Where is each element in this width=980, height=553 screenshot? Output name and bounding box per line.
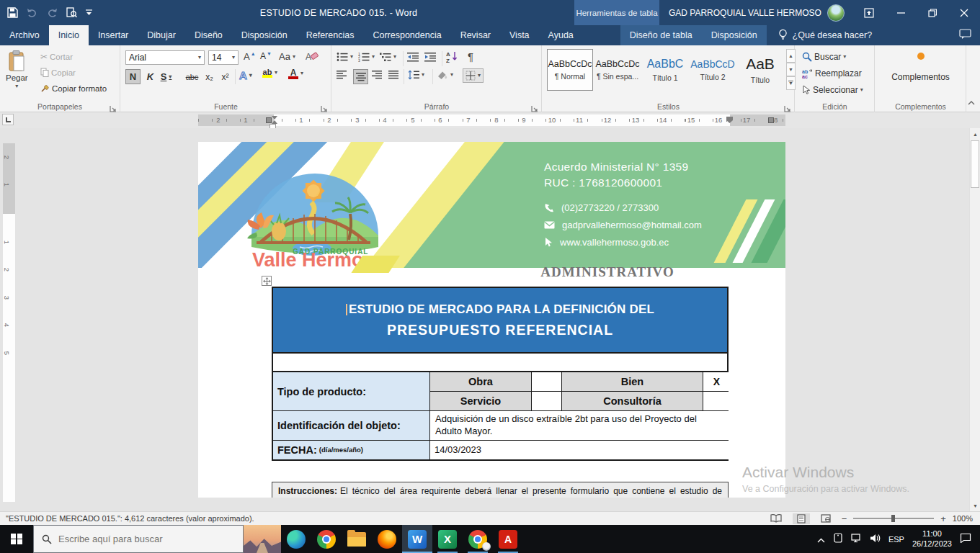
style-titulo-2[interactable]: AaBbCcD Título 2: [690, 49, 736, 91]
save-icon[interactable]: [7, 7, 18, 18]
tab-ayuda[interactable]: Ayuda: [539, 25, 583, 45]
tab-archivo[interactable]: Archivo: [0, 25, 49, 45]
dialog-launcher-parrafo[interactable]: [531, 102, 538, 109]
change-case-button[interactable]: Aa▾: [279, 51, 295, 62]
character-count-status[interactable]: "ESTUDIO DE MERCADO 015.": 4,612 caracte…: [0, 514, 254, 523]
styles-scroll-down-button[interactable]: ▼: [786, 63, 796, 76]
vertical-ruler[interactable]: 2 1 1 2 3 4 5: [3, 130, 15, 510]
scroll-down-button[interactable]: ▼: [970, 500, 980, 511]
language-indicator[interactable]: ESP: [888, 535, 904, 544]
subscript-button[interactable]: x₂: [202, 69, 217, 84]
objeto-label-cell[interactable]: Identificación del objeto:: [273, 411, 429, 440]
account-area[interactable]: GAD PARROQUIAL VALLE HERMOSO: [669, 0, 845, 25]
taskbar-firefox-button[interactable]: [372, 525, 402, 553]
underline-button[interactable]: S▾: [159, 69, 174, 84]
font-size-combo[interactable]: 14▾: [208, 50, 239, 65]
font-color-button[interactable]: A ▾: [288, 68, 303, 79]
tab-referencias[interactable]: Referencias: [297, 25, 364, 45]
feedback-icon[interactable]: [959, 29, 971, 42]
bold-button[interactable]: N: [125, 69, 141, 84]
format-painter-button[interactable]: Copiar formato: [40, 84, 107, 93]
table-column-marker[interactable]: [266, 117, 272, 123]
styles-more-button[interactable]: ▼: [786, 76, 796, 90]
justify-button[interactable]: [388, 71, 398, 79]
zoom-slider-thumb[interactable]: [891, 515, 895, 522]
document-page[interactable]: GAD PARROQUIAL Valle Hermoso Acuerdo Min…: [198, 142, 785, 498]
tab-selector[interactable]: [2, 114, 14, 125]
cut-button[interactable]: ✂ Cortar: [40, 52, 73, 62]
select-button[interactable]: Seleccionar▾: [802, 85, 863, 95]
tab-diseno[interactable]: Diseño: [185, 25, 232, 45]
dialog-launcher-portapapeles[interactable]: [110, 102, 117, 109]
form-table[interactable]: ESTUDIO DE MERCADO PARA LA DEFINICIÓN DE…: [272, 287, 729, 461]
read-mode-button[interactable]: [766, 513, 786, 523]
taskbar-explorer-button[interactable]: [342, 525, 372, 553]
servicio-cell[interactable]: Servicio: [430, 392, 531, 410]
replace-button[interactable]: abac Reemplazar: [802, 68, 862, 78]
tab-disposicion-tabla[interactable]: Disposición: [702, 25, 767, 45]
minimize-button[interactable]: [885, 0, 917, 25]
bullet-list-button[interactable]: ▾: [337, 52, 353, 62]
bien-cell[interactable]: Bien: [562, 372, 703, 391]
multilevel-list-button[interactable]: ▾: [380, 52, 396, 62]
tab-dibujar[interactable]: Dibujar: [138, 25, 185, 45]
print-layout-button[interactable]: [793, 513, 810, 524]
tab-insertar[interactable]: Insertar: [89, 25, 138, 45]
consultoria-check-cell[interactable]: [703, 392, 730, 410]
styles-scroll-up-button[interactable]: ▲: [786, 49, 796, 63]
show-paragraph-marks-button[interactable]: ¶: [468, 50, 473, 63]
taskbar-chrome-profile-button[interactable]: [463, 525, 493, 553]
highlight-button[interactable]: ab ▾: [262, 68, 277, 78]
shading-button[interactable]: ▾: [437, 70, 453, 80]
zoom-in-button[interactable]: +: [940, 513, 946, 524]
style-sin-espaciado[interactable]: AaBbCcDc ¶ Sin espa...: [594, 49, 641, 91]
tipo-producto-label-cell[interactable]: Tipo de producto:: [273, 372, 429, 410]
print-preview-icon[interactable]: [66, 7, 77, 18]
align-left-button[interactable]: [337, 71, 347, 79]
align-right-button[interactable]: [372, 71, 382, 79]
addins-button[interactable]: Complementos: [876, 53, 966, 82]
fecha-value-cell[interactable]: 14/03/2023: [430, 441, 730, 459]
taskbar-word-button[interactable]: W: [402, 525, 432, 553]
instructions-box[interactable]: Instrucciones:El técnico del área requir…: [272, 482, 729, 498]
start-button[interactable]: [0, 525, 33, 553]
table-column-marker[interactable]: [768, 117, 774, 123]
text-effects-button[interactable]: A▾: [239, 69, 252, 81]
copy-button[interactable]: Copiar: [40, 68, 76, 77]
obra-check-cell[interactable]: [532, 372, 561, 391]
table-move-handle[interactable]: [262, 276, 272, 286]
consultoria-cell[interactable]: Consultoría: [562, 392, 703, 410]
first-line-indent-marker[interactable]: [272, 116, 277, 120]
style-titulo-1[interactable]: AaBbC Título 1: [642, 49, 688, 91]
device-tray-icon[interactable]: [833, 533, 843, 546]
tab-disposicion[interactable]: Disposición: [232, 25, 297, 45]
action-center-icon[interactable]: [960, 533, 971, 546]
zoom-out-button[interactable]: −: [842, 513, 847, 524]
web-layout-button[interactable]: [816, 513, 835, 523]
taskbar-search[interactable]: [33, 525, 244, 553]
vertical-scrollbar[interactable]: ▲ ▼: [969, 128, 980, 511]
volume-icon[interactable]: [870, 533, 881, 546]
table-title-cell[interactable]: ESTUDIO DE MERCADO PARA LA DEFINICIÓN DE…: [272, 287, 729, 354]
hidden-icons-chevron[interactable]: [817, 533, 825, 546]
grow-font-button[interactable]: A▲: [244, 51, 256, 62]
align-center-button[interactable]: [353, 69, 368, 84]
collapse-ribbon-button[interactable]: [968, 95, 975, 108]
avatar[interactable]: [827, 4, 845, 22]
tab-vista[interactable]: Vista: [500, 25, 539, 45]
line-spacing-button[interactable]: ▾: [408, 70, 424, 80]
decrease-indent-button[interactable]: [407, 52, 419, 62]
paste-button[interactable]: Pegar ▾: [6, 50, 28, 89]
borders-button[interactable]: ▾: [463, 68, 484, 83]
taskbar-edge-button[interactable]: [281, 525, 311, 553]
table-blank-row[interactable]: [272, 354, 729, 371]
objeto-value-cell[interactable]: Adquisición de un disco extraíble 2bt pa…: [430, 411, 730, 440]
zoom-slider[interactable]: [853, 518, 934, 519]
customize-qat-icon[interactable]: [86, 9, 92, 16]
tab-revisar[interactable]: Revisar: [451, 25, 500, 45]
news-weather-widget[interactable]: [244, 525, 281, 553]
italic-button[interactable]: K: [143, 69, 158, 84]
fecha-label-cell[interactable]: FECHA:(día/mes/año): [273, 441, 429, 459]
tab-inicio[interactable]: Inicio: [49, 25, 89, 45]
clock[interactable]: 11:00 26/12/2023: [912, 529, 952, 549]
